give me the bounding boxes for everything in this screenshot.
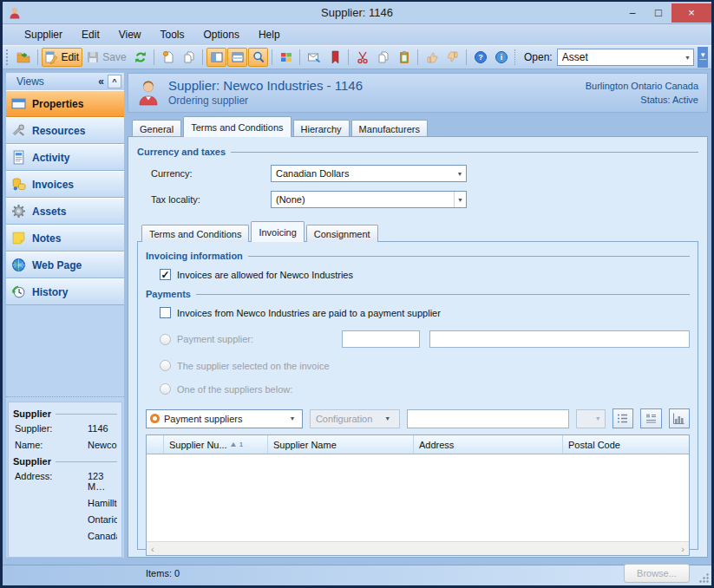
configuration-combobox[interactable]: Configuration ▼ xyxy=(310,409,400,428)
invoices-allowed-row: ✓ Invoices are allowed for Newco Industr… xyxy=(160,269,690,280)
sidebar-item-history[interactable]: History xyxy=(6,278,124,305)
sidebar-item-label: Resources xyxy=(32,125,85,137)
maximize-button[interactable]: □ xyxy=(645,3,671,23)
collapse-sidebar-button[interactable]: « xyxy=(95,75,108,88)
help-icon: ? xyxy=(474,50,488,64)
sidebar-item-label: Assets xyxy=(32,206,66,218)
sidebar-item-assets[interactable]: Assets xyxy=(6,198,124,225)
resize-grip[interactable] xyxy=(698,572,710,584)
send-button[interactable] xyxy=(304,48,324,67)
tab-terms-and-conditions[interactable]: Terms and Conditions xyxy=(183,116,291,137)
grid-selector-column[interactable] xyxy=(147,435,164,454)
chevron-down-icon: ▼ xyxy=(454,171,466,177)
banner-text: Supplier: Newco Industries - 1146 Orderi… xyxy=(168,78,363,108)
toolbar-separator xyxy=(299,49,300,65)
minimize-button[interactable]: – xyxy=(619,3,645,23)
views-header: Views « ^ xyxy=(6,73,124,90)
paste-button[interactable] xyxy=(394,48,414,67)
tab-manufacturers[interactable]: Manufacturers xyxy=(351,120,428,137)
browse-button[interactable]: Browse... xyxy=(624,564,690,583)
sidebar-item-label: History xyxy=(32,286,68,298)
page-title: Supplier: Newco Industries - 1146 xyxy=(168,78,363,95)
tab-hierarchy[interactable]: Hierarchy xyxy=(293,120,350,137)
grid-horizontal-scrollbar[interactable]: ‹ › xyxy=(147,541,689,555)
split-horizontal-button[interactable] xyxy=(227,48,247,67)
currency-combobox[interactable]: Canadian Dollars ▼ xyxy=(271,165,467,182)
payment-supplier-number-field[interactable] xyxy=(342,330,420,348)
preview-button[interactable] xyxy=(248,48,268,67)
paid-to-payment-supplier-row: Invoices from Newco Industries are paid … xyxy=(160,307,690,318)
subtab-consignment[interactable]: Consignment xyxy=(306,225,378,242)
payment-supplier-radio-label: Payment supplier: xyxy=(177,334,253,344)
supplier-on-invoice-radio[interactable] xyxy=(160,360,171,371)
payment-supplier-name-field[interactable] xyxy=(429,330,690,348)
chevron-down-icon: ▼ xyxy=(286,415,298,421)
approve-button[interactable] xyxy=(422,48,442,67)
subtab-invoicing[interactable]: Invoicing xyxy=(251,221,304,242)
sidebar-item-properties[interactable]: Properties xyxy=(6,90,124,117)
web-globe-icon xyxy=(11,258,26,272)
save-button[interactable]: Save xyxy=(83,48,129,67)
payment-suppliers-combobox[interactable]: Payment suppliers ▼ xyxy=(146,409,303,428)
paid-to-payment-supplier-checkbox[interactable] xyxy=(160,307,171,318)
toolbar-overflow-button[interactable]: ▼— xyxy=(698,47,708,68)
app-person-icon xyxy=(8,6,22,20)
one-of-suppliers-radio[interactable] xyxy=(160,383,171,395)
scroll-right-icon[interactable]: › xyxy=(681,544,685,554)
split-vertical-button[interactable] xyxy=(206,48,226,67)
invoicing-information-group-header: Invoicing information xyxy=(146,251,690,261)
details-view-button[interactable] xyxy=(640,408,661,428)
tax-locality-combobox[interactable]: (None) ▼ xyxy=(271,191,467,208)
subtab-terms-and-conditions[interactable]: Terms and Conditions xyxy=(141,225,249,242)
reject-button[interactable] xyxy=(442,48,462,67)
sidebar-item-web-page[interactable]: Web Page xyxy=(6,252,124,278)
payment-supplier-radio[interactable] xyxy=(160,334,171,345)
menu-edit[interactable]: Edit xyxy=(72,25,109,44)
filter-field[interactable] xyxy=(407,409,570,428)
tax-locality-label: Tax locality: xyxy=(151,194,271,205)
menu-view[interactable]: View xyxy=(109,25,151,44)
duplicate-document-button[interactable] xyxy=(179,48,199,67)
refresh-button[interactable] xyxy=(130,48,150,67)
menu-supplier[interactable]: Supplier xyxy=(15,25,72,44)
list-view-button[interactable] xyxy=(612,408,633,428)
app-window: Supplier: 1146 – □ × Supplier Edit View … xyxy=(0,0,714,588)
sidebar-item-resources[interactable]: Resources xyxy=(6,117,124,144)
new-document-icon xyxy=(161,50,175,64)
grid-column-supplier-number[interactable]: Supplier Nu... 1 xyxy=(164,435,268,454)
menu-tools[interactable]: Tools xyxy=(151,25,194,44)
menu-options[interactable]: Options xyxy=(194,25,249,44)
sidebar-item-invoices[interactable]: Invoices xyxy=(6,171,124,198)
autohide-pin-button[interactable]: ^ xyxy=(108,75,121,88)
sidebar-item-activity[interactable]: Activity xyxy=(6,144,124,171)
windows-button[interactable] xyxy=(276,48,296,67)
info-icon: i xyxy=(495,50,508,64)
toolbar-grip[interactable] xyxy=(6,49,10,65)
edit-button[interactable]: Edit xyxy=(42,48,82,67)
grid-column-postal-code[interactable]: Postal Code xyxy=(563,435,689,454)
grid-column-address[interactable]: Address xyxy=(414,435,563,454)
invoices-allowed-checkbox[interactable]: ✓ xyxy=(160,269,171,280)
help-button[interactable]: ? xyxy=(470,48,490,67)
open-folder-button[interactable] xyxy=(14,48,34,67)
info-button[interactable]: i xyxy=(491,48,511,67)
toolbar-separator xyxy=(37,49,38,65)
cut-button[interactable] xyxy=(352,48,372,67)
toolbar: Edit Save xyxy=(3,45,711,69)
bookmark-button[interactable] xyxy=(324,48,344,67)
supplier-picker-row: Payment suppliers ▼ Configuration ▼ ▼ xyxy=(146,408,690,428)
new-document-button[interactable] xyxy=(158,48,178,67)
chart-view-button[interactable] xyxy=(669,408,690,428)
scroll-left-icon[interactable]: ‹ xyxy=(151,544,154,554)
menu-help[interactable]: Help xyxy=(249,25,290,44)
mini-combobox[interactable]: ▼ xyxy=(576,409,605,428)
tab-general[interactable]: General xyxy=(132,120,181,137)
open-combobox[interactable]: Asset ▼ xyxy=(557,49,695,66)
sidebar-item-notes[interactable]: Notes xyxy=(6,225,124,252)
tools-icon xyxy=(11,123,26,138)
grid-column-supplier-name[interactable]: Supplier Name xyxy=(268,435,414,454)
status-badge: Status: Active xyxy=(586,93,698,108)
copy-button[interactable] xyxy=(373,48,393,67)
close-button[interactable]: × xyxy=(671,3,711,23)
cut-scissors-icon xyxy=(356,50,370,64)
